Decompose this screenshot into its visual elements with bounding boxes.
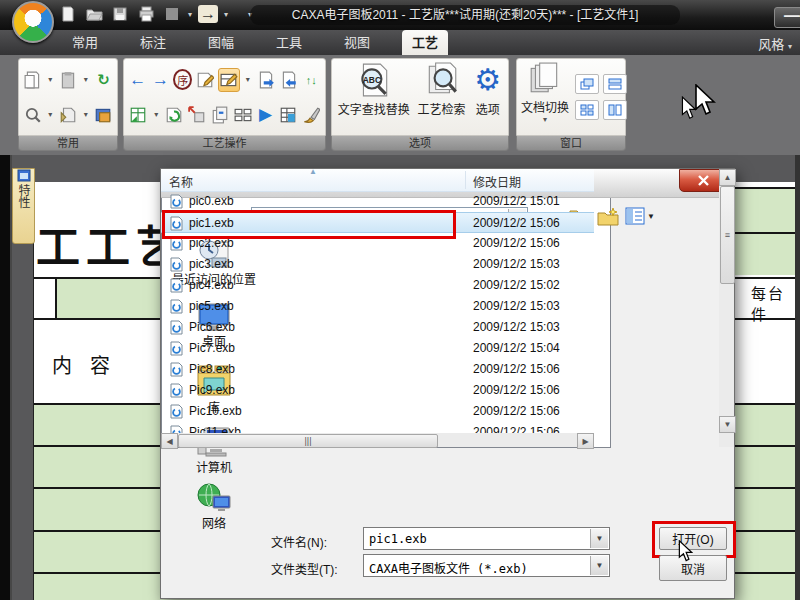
export-card-icon[interactable] (256, 69, 276, 91)
mouse-cursor-large (694, 84, 716, 116)
horizontal-scroll-thumb[interactable]: ||| (178, 434, 438, 448)
format-brush-icon[interactable] (301, 104, 321, 126)
undo-dropdown-icon[interactable]: ▾ (188, 10, 192, 19)
view-menu-icon[interactable]: ▼ (625, 207, 655, 225)
tile-vertical-icon[interactable] (603, 100, 627, 120)
properties-icon (17, 169, 31, 182)
save-icon[interactable] (110, 5, 130, 23)
print-icon[interactable] (136, 5, 156, 23)
tile-horizontal-icon[interactable] (603, 74, 627, 94)
app-logo[interactable] (12, 1, 54, 43)
pan-dropdown-icon[interactable]: ▾ (81, 104, 91, 126)
file-name-dropdown-icon[interactable]: ▼ (590, 529, 608, 548)
import-table-icon[interactable] (128, 104, 148, 126)
gear-icon: ⚙ (474, 62, 501, 98)
options-button[interactable]: ⚙ 选项 (472, 62, 504, 132)
new-file-icon[interactable] (58, 5, 78, 23)
file-date: 2009/12/2 15:03 (473, 320, 560, 334)
refresh-icon[interactable]: ↻ (94, 69, 113, 91)
file-row[interactable]: pic4.exb 2009/12/2 15:02 (161, 275, 594, 296)
file-name-value: pic1.exb (369, 532, 427, 546)
network-icon (196, 482, 232, 514)
fill-cell-dropdown-icon[interactable]: ▾ (243, 69, 254, 91)
title-bar: ▾ → ▾ ▾ CAXA电子图板2011 - 工艺版***试用期(还剩20天)*… (0, 0, 800, 30)
tab-changyong[interactable]: 常用 (62, 30, 108, 55)
open-file-icon[interactable] (84, 5, 104, 23)
file-row[interactable]: Pic9.exb 2009/12/2 15:06 (161, 380, 594, 401)
file-type-dropdown-icon[interactable]: ▼ (590, 556, 608, 575)
sequence-icon[interactable]: 序 (173, 69, 192, 90)
adjust-size-icon[interactable] (187, 104, 207, 126)
sheet-content-label: 内容 (52, 350, 128, 379)
paste-icon[interactable] (58, 69, 77, 91)
prev-card-icon[interactable]: ← (128, 69, 148, 91)
edit-card-icon[interactable] (195, 69, 215, 91)
zoom-icon[interactable] (23, 104, 42, 126)
file-row[interactable]: pic0.exb 2009/12/2 15:01 (161, 191, 594, 212)
file-name-combobox[interactable]: pic1.exb ▼ (363, 527, 610, 550)
exb-file-icon (170, 362, 183, 380)
import-card-icon[interactable] (279, 69, 299, 91)
tab-biaozhu[interactable]: 标注 (130, 30, 176, 55)
file-row[interactable]: pic5.exb 2009/12/2 15:03 (161, 296, 594, 317)
fill-cell-icon[interactable] (218, 68, 240, 92)
new-dropdown-icon[interactable]: ▾ (45, 69, 55, 91)
tab-shitu[interactable]: 视图 (334, 30, 380, 55)
scroll-right-icon[interactable]: ▶ (577, 433, 594, 448)
import-table-dropdown-icon[interactable]: ▾ (151, 104, 162, 126)
file-name: pic0.exb (189, 194, 234, 208)
file-row[interactable]: Pic8.exb 2009/12/2 15:06 (161, 359, 594, 380)
file-row[interactable]: Pic7.exb 2009/12/2 15:04 (161, 338, 594, 359)
zoom-dropdown-icon[interactable]: ▾ (45, 104, 55, 126)
switch-document-button[interactable]: 文档切换 ▾ (521, 62, 569, 132)
scroll-left-icon[interactable]: ◀ (161, 433, 178, 448)
update-cards-icon[interactable] (165, 104, 185, 126)
file-row[interactable]: Pic6.exb 2009/12/2 15:03 (161, 317, 594, 338)
properties-side-tab[interactable]: 特性 (12, 168, 35, 244)
place-network[interactable]: 网络 (167, 482, 261, 531)
ribbon-group-label: 窗口 (516, 136, 626, 151)
tab-gongju[interactable]: 工具 (266, 30, 312, 55)
new-folder-icon[interactable] (597, 207, 619, 231)
ribbon-group-label: 工艺操作 (123, 136, 326, 151)
undo-icon[interactable] (162, 5, 182, 23)
file-row[interactable]: pic3.exb 2009/12/2 15:03 (161, 254, 594, 275)
annotation-red-box-selected-file (162, 210, 456, 239)
file-type-value: CAXA电子图板文件 (*.exb) (369, 559, 528, 576)
minimize-button[interactable]: — (774, 7, 800, 28)
new-sheet-icon[interactable] (23, 69, 42, 91)
cancel-button[interactable]: 取消 (659, 555, 727, 581)
process-search-button[interactable]: 工艺检索 (416, 62, 468, 132)
copy-pages-icon[interactable] (210, 104, 230, 126)
tab-gongyi-active[interactable]: 工艺 (402, 30, 448, 55)
paste-dropdown-icon[interactable]: ▾ (81, 69, 91, 91)
reorder-icon[interactable]: ↑↓ (301, 69, 321, 91)
next-card-icon[interactable]: → (151, 69, 171, 91)
sort-ascending-icon: ▲ (309, 169, 317, 176)
display-window-icon[interactable] (94, 104, 113, 126)
process-search-label: 工艺检索 (418, 100, 466, 117)
tab-tufu[interactable]: 图幅 (198, 30, 244, 55)
file-row[interactable]: Pic10.exb 2009/12/2 15:06 (161, 401, 594, 422)
pan-icon[interactable] (58, 104, 77, 126)
exb-file-icon (170, 404, 183, 422)
place-label: 网络 (167, 518, 261, 531)
ribbon-group-options: ABC 文字查找替换 工艺检索 ⚙ 选项 选项 (331, 58, 509, 151)
file-name: Pic7.exb (189, 341, 235, 355)
horizontal-scrollbar[interactable]: ◀ ||| ▶ (161, 433, 594, 447)
table-fill-icon[interactable] (278, 104, 298, 126)
place-label: 计算机 (167, 462, 261, 475)
tile-grid-icon[interactable] (575, 100, 599, 120)
layout-grid-icon[interactable] (233, 104, 253, 126)
file-date: 2009/12/2 15:02 (473, 278, 560, 292)
column-header-name[interactable]: 名称 (169, 173, 193, 190)
file-type-combobox[interactable]: CAXA电子图板文件 (*.exb) ▼ (363, 554, 610, 577)
redo-dropdown-icon[interactable]: ▾ (224, 10, 228, 19)
column-header-date[interactable]: 修改日期 (473, 173, 521, 190)
style-menu[interactable]: 风格 ▾ (758, 34, 792, 53)
redo-icon[interactable]: → (198, 5, 218, 23)
find-replace-button[interactable]: ABC 文字查找替换 (336, 62, 412, 132)
switch-document-label: 文档切换 (521, 98, 569, 115)
play-demo-icon[interactable]: ▶ (256, 104, 276, 126)
cascade-windows-icon[interactable] (575, 74, 599, 94)
